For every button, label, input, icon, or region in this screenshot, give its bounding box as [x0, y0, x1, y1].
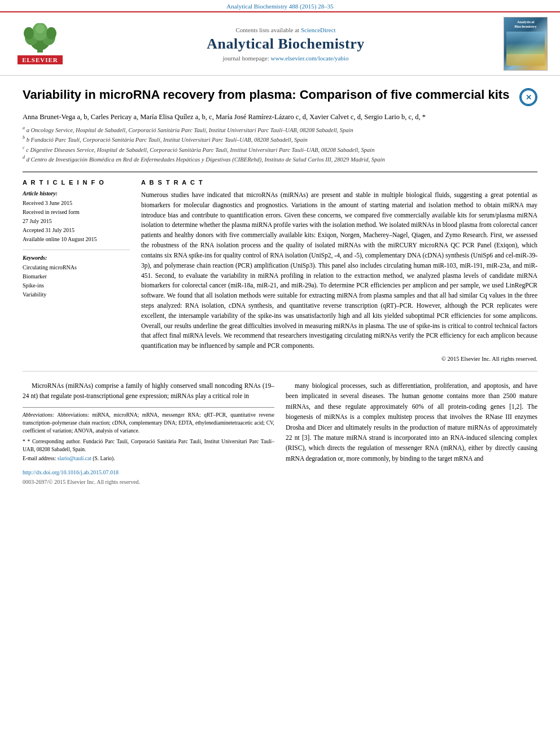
doi-line[interactable]: http://dx.doi.org/10.1016/j.ab.2015.07.0… — [23, 468, 274, 477]
svg-text:✕: ✕ — [526, 93, 532, 102]
affiliation-c: c c Digestive Diseases Service, Hospital… — [23, 145, 537, 154]
svg-point-6 — [46, 27, 56, 40]
authors-text: Anna Brunet-Vega a, b, Carles Pericay a,… — [23, 113, 426, 121]
article-title-text: Variability in microRNA recovery from pl… — [23, 87, 514, 103]
date-received: Received 3 June 2015 — [23, 199, 130, 208]
date-revised: 27 July 2015 — [23, 217, 130, 226]
journal-cover-container: AnalyticalBiochemistry — [500, 17, 551, 71]
keyword-4: Variability — [23, 290, 130, 299]
abstract-text: Numerous studies have indicated that mic… — [141, 190, 537, 351]
date-revised-label: Received in revised form — [23, 208, 130, 217]
abstract-heading: A B S T R A C T — [141, 179, 537, 186]
elsevier-text: ELSEVIER — [18, 55, 63, 64]
abbreviations: Abbreviations: Abbreviations: miRNA, mic… — [23, 411, 274, 435]
svg-point-7 — [36, 24, 45, 33]
elsevier-logo-container: ELSEVIER — [9, 17, 71, 71]
body-paragraph-1: MicroRNAs (miRNAs) comprise a family of … — [23, 381, 274, 401]
affiliations: a a Oncology Service, Hospital de Sabade… — [23, 125, 537, 164]
footnotes: Abbreviations: Abbreviations: miRNA, mic… — [23, 407, 274, 487]
keywords-list: Circulating microRNAs Biomarker Spike-in… — [23, 263, 130, 299]
sciencedirect-link[interactable]: Contents lists available at ScienceDirec… — [235, 27, 335, 33]
email-link[interactable]: slario@tauli.cat — [58, 456, 91, 461]
corresponding-author: * * Corresponding author. Fundació Parc … — [23, 438, 274, 454]
svg-point-5 — [24, 27, 34, 40]
body-paragraph-2: many biological processes, such as diffe… — [286, 381, 537, 464]
affiliation-a: a a Oncology Service, Hospital de Sabade… — [23, 125, 537, 134]
crossmark-badge: ✕ — [519, 88, 537, 106]
journal-cover: AnalyticalBiochemistry — [504, 17, 548, 71]
body-col-right: many biological processes, such as diffe… — [286, 381, 537, 486]
copyright-notice: © 2015 Elsevier Inc. All rights reserved… — [141, 356, 537, 362]
article-info-heading: A R T I C L E I N F O — [23, 179, 130, 186]
keyword-3: Spike-ins — [23, 281, 130, 290]
cover-title: AnalyticalBiochemistry — [514, 20, 537, 29]
article-dates: Received 3 June 2015 Received in revised… — [23, 199, 130, 244]
article-info-panel: A R T I C L E I N F O Article history: R… — [23, 179, 130, 362]
history-label: Article history: — [23, 190, 130, 196]
keyword-2: Biomarker — [23, 272, 130, 281]
affiliation-b: b b Fundació Parc Taulí, Corporació Sani… — [23, 134, 537, 144]
elsevier-logo: ELSEVIER — [18, 23, 63, 64]
email-suffix: (S. Lario). — [93, 456, 115, 461]
journal-reference: Analytical Biochemistry 488 (2015) 28–35 — [226, 3, 333, 10]
section-divider — [23, 371, 537, 372]
email-line: E-mail address: slario@tauli.cat (S. Lar… — [23, 455, 274, 462]
issn-line: 0003-2697/© 2015 Elsevier Inc. All right… — [23, 478, 274, 486]
sciencedirect-anchor[interactable]: ScienceDirect — [301, 27, 336, 33]
journal-header-center: Contents lists available at ScienceDirec… — [77, 17, 495, 71]
keywords-label: Keywords: — [23, 255, 130, 261]
article-title-row: Variability in microRNA recovery from pl… — [23, 87, 537, 106]
body-content: MicroRNAs (miRNAs) comprise a family of … — [23, 381, 537, 486]
crossmark-icon: ✕ — [520, 89, 536, 105]
body-col-left: MicroRNAs (miRNAs) comprise a family of … — [23, 381, 274, 486]
journal-title: Analytical Biochemistry — [207, 36, 364, 53]
journal-reference-bar: Analytical Biochemistry 488 (2015) 28–35 — [0, 0, 560, 11]
date-online: Available online 10 August 2015 — [23, 235, 130, 244]
main-content: Variability in microRNA recovery from pl… — [0, 76, 560, 497]
elsevier-tree-icon — [20, 23, 60, 54]
keyword-1: Circulating microRNAs — [23, 263, 130, 272]
doi-link[interactable]: http://dx.doi.org/10.1016/j.ab.2015.07.0… — [23, 469, 119, 475]
abbreviations-text: Abbreviations: miRNA, microRNA; mRNA, me… — [23, 412, 274, 434]
article-info-abstract: A R T I C L E I N F O Article history: R… — [23, 172, 537, 362]
email-label: E-mail address: — [23, 456, 56, 461]
affiliation-d: d d Centro de Investigación Biomédica en… — [23, 154, 537, 164]
corresponding-text: * Corresponding author. Fundació Parc Ta… — [23, 439, 274, 452]
authors-line: Anna Brunet-Vega a, b, Carles Pericay a,… — [23, 113, 537, 121]
keywords-section: Keywords: Circulating microRNAs Biomarke… — [23, 250, 130, 299]
abstract-section: A B S T R A C T Numerous studies have in… — [141, 179, 537, 362]
abbreviations-label: Abbreviations: — [23, 412, 54, 418]
journal-header: ELSEVIER Contents lists available at Sci… — [0, 11, 560, 76]
homepage-link[interactable]: www.elsevier.com/locate/yabio — [270, 55, 348, 62]
journal-homepage: journal homepage: www.elsevier.com/locat… — [223, 55, 349, 62]
date-accepted: Accepted 31 July 2015 — [23, 226, 130, 235]
